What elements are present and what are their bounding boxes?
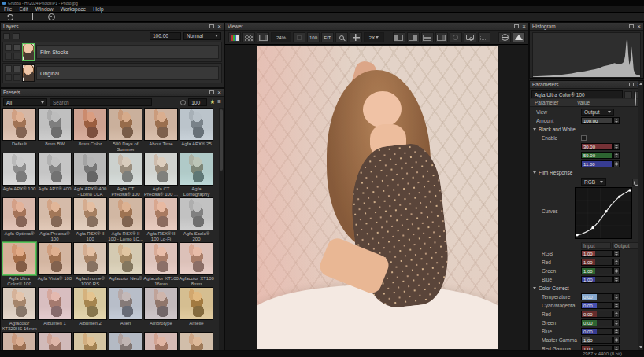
preset-item[interactable]: Agfa APX® 400 - Lomo LCA [72, 153, 108, 197]
preset-item[interactable]: Albumen 1 [37, 287, 72, 332]
preset-thumbnail[interactable] [180, 287, 213, 320]
search-input[interactable]: Search [50, 98, 152, 106]
scrollbar-thumb[interactable] [220, 109, 223, 171]
pan-icon[interactable] [350, 32, 362, 42]
step-up-icon[interactable] [615, 321, 618, 322]
step-down-icon[interactable] [615, 340, 618, 342]
preset-item[interactable]: Ambrotype [143, 287, 179, 332]
preset-thumbnail[interactable] [73, 287, 107, 320]
fx-icon[interactable] [13, 65, 20, 72]
fx-icon[interactable] [13, 44, 20, 51]
value-stepper[interactable] [613, 328, 620, 335]
reference-circle-icon[interactable] [450, 32, 462, 42]
preset-item[interactable]: Agfa Ultra Color® 100 [2, 242, 37, 287]
preset-item[interactable]: Agfa RSX® II 100 - Lomo LC... [108, 197, 143, 242]
preset-item[interactable]: Amelie [179, 287, 214, 332]
preset-item[interactable]: Agfa CT Precisa® 100 ... [143, 153, 179, 197]
preset-thumbnail[interactable] [180, 197, 213, 230]
preset-item[interactable]: 500 Days of Summer [108, 108, 143, 153]
step-up-icon[interactable] [615, 119, 618, 120]
sync-button[interactable] [5, 13, 16, 21]
channel-display-icon[interactable] [228, 32, 241, 42]
preset-thumbnail[interactable] [144, 108, 178, 141]
split-horizontal-icon[interactable] [421, 32, 434, 42]
preset-thumbnail[interactable] [180, 108, 213, 141]
zoom-100-button[interactable]: 100 [307, 32, 320, 42]
favorites-star-icon[interactable]: ★ [209, 99, 215, 105]
add-layer-icon[interactable] [3, 33, 10, 39]
tone-curve[interactable] [575, 187, 632, 239]
preset-item[interactable] [2, 332, 37, 350]
preset-category-select[interactable]: All [3, 98, 47, 106]
step-up-icon[interactable] [615, 162, 618, 164]
preset-thumbnail[interactable] [180, 242, 213, 275]
preset-thumbnail[interactable] [144, 332, 178, 350]
preset-thumbnail[interactable] [2, 242, 36, 275]
preset-thumbnail[interactable] [144, 197, 178, 230]
step-down-icon[interactable] [615, 121, 618, 123]
preset-item[interactable]: Agfa RSX® II 100 Lo-Fi [143, 197, 179, 242]
magnifier-icon[interactable] [335, 32, 348, 42]
display-histogram-icon[interactable] [513, 32, 525, 42]
presets-menu-icon[interactable]: ≡ [217, 99, 221, 105]
step-down-icon[interactable] [615, 271, 618, 273]
preset-item[interactable]: Agfacolor XT100 16mm [143, 242, 179, 287]
enable-checkbox[interactable] [581, 135, 587, 141]
value-slider[interactable]: 0.00 [581, 319, 613, 326]
preview-button[interactable] [46, 13, 57, 21]
mask-overlay-icon[interactable] [478, 32, 490, 42]
value-slider[interactable]: 1.00 [581, 337, 613, 344]
preset-item[interactable] [179, 332, 214, 350]
value-stepper[interactable] [613, 250, 620, 257]
step-up-icon[interactable] [615, 153, 618, 155]
preset-item[interactable] [37, 332, 72, 350]
thumb-size-field[interactable]: 100 [188, 98, 207, 106]
close-panel-icon[interactable]: × [637, 24, 641, 29]
preset-thumbnail[interactable] [2, 332, 36, 350]
preset-item[interactable] [108, 332, 143, 350]
preset-thumbnail[interactable] [73, 242, 107, 275]
mask-icon[interactable] [5, 53, 12, 60]
section-header-black-and-white[interactable]: Black and White [530, 125, 643, 134]
preset-thumbnail[interactable] [109, 332, 142, 350]
layer-opacity-field[interactable]: 100.00 [150, 32, 181, 40]
preset-item[interactable]: Agfa APX® 100 [2, 153, 37, 197]
zoom-step-select[interactable]: 2X [364, 32, 384, 42]
zoom-level-field[interactable]: 24% [271, 32, 291, 42]
blend-icon[interactable] [13, 53, 20, 60]
split-view-left-icon[interactable] [393, 32, 405, 42]
value-stepper[interactable] [613, 311, 620, 318]
value-stepper[interactable] [613, 319, 620, 326]
compare-icon[interactable] [435, 32, 448, 42]
step-down-icon[interactable] [615, 332, 618, 333]
preset-thumbnail[interactable] [2, 197, 36, 230]
presets-scrollbar[interactable] [219, 108, 224, 350]
value-slider[interactable]: 59.00 [581, 152, 613, 159]
preset-thumbnail[interactable] [2, 153, 36, 186]
preset-thumbnail[interactable] [2, 287, 36, 320]
preset-item[interactable]: Agfa Optima® [2, 197, 37, 242]
preset-thumbnail[interactable] [38, 242, 72, 275]
snapshot-camera-icon[interactable] [464, 32, 476, 42]
step-up-icon[interactable] [615, 145, 618, 146]
preset-item[interactable]: Agfacolor XT100 8mm [179, 242, 214, 287]
menu-file[interactable]: File [4, 6, 12, 12]
step-up-icon[interactable] [615, 329, 618, 331]
step-up-icon[interactable] [615, 252, 618, 253]
step-down-icon[interactable] [615, 306, 618, 307]
value-stepper[interactable] [613, 293, 620, 300]
float-panel-icon[interactable] [209, 90, 214, 94]
preset-item[interactable] [143, 332, 179, 350]
blend-icon[interactable] [13, 74, 20, 81]
preset-thumbnail[interactable] [38, 332, 72, 350]
preset-item[interactable]: Agfa Precisa® 100 [37, 197, 72, 242]
menu-window[interactable]: Window [35, 6, 54, 12]
value-stepper[interactable] [613, 267, 620, 274]
value-slider[interactable]: 11.00 [581, 160, 613, 167]
value-slider[interactable]: 1.00 [581, 250, 613, 257]
zoom-fit-button[interactable]: FIT [321, 32, 334, 42]
value-stepper[interactable] [613, 276, 620, 283]
split-view-right-icon[interactable] [407, 32, 420, 42]
scroll-down-icon[interactable] [639, 346, 642, 348]
preset-thumbnail[interactable] [109, 197, 142, 230]
